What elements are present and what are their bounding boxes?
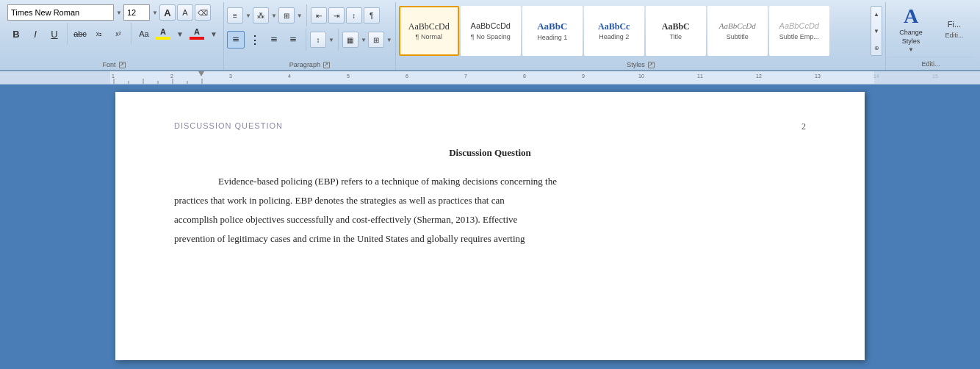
editing-find-label: Fi... bbox=[948, 20, 961, 29]
style-h1-label: Heading 1 bbox=[537, 34, 567, 41]
style-normal-preview: AaBbCcDd bbox=[408, 21, 450, 32]
change-styles-dropdown[interactable]: ▼ bbox=[908, 46, 914, 53]
font-size-box[interactable]: 12 bbox=[123, 4, 150, 21]
font-name-dropdown[interactable]: Times New Roman bbox=[7, 4, 114, 21]
paragraph-group: ≡ ▼ ⁂ ▼ ⊞ ▼ ⇤ ⇥ ↕ ¶ ≡ ⋮ ≡ ≡ bbox=[224, 2, 396, 70]
sort-btn[interactable]: ↕ bbox=[346, 7, 362, 24]
font-color-btn[interactable]: A bbox=[188, 28, 206, 40]
style-subtle-label: Subtle Emp... bbox=[779, 33, 819, 40]
font-color-dropdown[interactable]: ▼ bbox=[207, 27, 220, 40]
style-title[interactable]: AaBbC Title bbox=[646, 6, 706, 56]
separator2 bbox=[131, 23, 131, 45]
decrease-indent-btn[interactable]: ⇤ bbox=[311, 7, 327, 24]
styles-list: AaBbCcDd ¶ Normal AaBbCcDd ¶ No Spacing … bbox=[399, 6, 871, 56]
page-header-text: DISCUSSION QUESTION bbox=[174, 121, 283, 130]
align-right-btn[interactable]: ≡ bbox=[265, 31, 283, 49]
change-styles-label: ChangeStyles bbox=[899, 29, 923, 46]
styles-scroll[interactable]: ▲ ▼ ⊕ bbox=[871, 6, 882, 56]
style-no-spacing[interactable]: AaBbCcDd ¶ No Spacing bbox=[461, 6, 521, 56]
font-size-arrow[interactable]: ▼ bbox=[152, 10, 158, 16]
editing-bottom-label: Editi... bbox=[921, 60, 940, 68]
shading-arrow[interactable]: ▼ bbox=[361, 37, 367, 43]
style-subtle[interactable]: AaBbCcDd Subtle Emp... bbox=[769, 6, 829, 56]
align-justify-btn[interactable]: ≡ bbox=[284, 31, 302, 49]
style-normal[interactable]: AaBbCcDd ¶ Normal bbox=[399, 6, 459, 56]
font-expand-btn[interactable]: ↗ bbox=[119, 62, 126, 68]
ribbon-main: Times New Roman ▼ 12 ▼ A A ⌫ B I U abc x… bbox=[0, 0, 980, 70]
document-body[interactable]: Evidence-based policing (EBP) refers to … bbox=[174, 172, 806, 248]
ribbon: Times New Roman ▼ 12 ▼ A A ⌫ B I U abc x… bbox=[0, 0, 980, 71]
subscript-btn[interactable]: x₂ bbox=[90, 24, 108, 43]
highlight-color-bar bbox=[156, 37, 170, 40]
styles-group: AaBbCcDd ¶ Normal AaBbCcDd ¶ No Spacing … bbox=[396, 2, 886, 70]
style-normal-label: ¶ Normal bbox=[416, 33, 442, 40]
svg-text:7: 7 bbox=[464, 74, 467, 79]
increase-indent-btn[interactable]: ⇥ bbox=[328, 7, 345, 24]
scroll-up-arrow[interactable]: ▲ bbox=[871, 7, 882, 21]
styles-expand-btn[interactable]: ↗ bbox=[648, 62, 655, 68]
change-styles-icon: A bbox=[904, 6, 918, 26]
style-subtitle-label: Subtitle bbox=[727, 33, 749, 40]
font-color-letter: A bbox=[194, 28, 200, 36]
font-shrink-btn[interactable]: A bbox=[177, 4, 193, 21]
scroll-down-arrow[interactable]: ▼ bbox=[871, 24, 882, 38]
multilevel-list-arrow[interactable]: ▼ bbox=[297, 12, 303, 19]
svg-text:6: 6 bbox=[406, 74, 408, 79]
format-buttons-row: B I U abc x₂ x² Aa A ▼ bbox=[7, 23, 220, 45]
line-spacing-btn[interactable]: ↕ bbox=[310, 32, 326, 48]
line-spacing-arrow[interactable]: ▼ bbox=[328, 37, 334, 43]
svg-rect-25 bbox=[874, 71, 980, 85]
borders-arrow[interactable]: ▼ bbox=[386, 37, 392, 43]
highlight-btn[interactable]: A bbox=[154, 28, 172, 40]
document-title: Discussion Question bbox=[174, 147, 806, 159]
paragraph-expand-btn[interactable]: ↗ bbox=[323, 62, 330, 68]
page-number: 2 bbox=[801, 121, 806, 132]
right-groups-content: A ChangeStyles ▼ Fi... Editi... bbox=[889, 2, 973, 57]
change-case-btn[interactable]: Aa bbox=[135, 24, 153, 43]
change-styles-btn[interactable]: A ChangeStyles ▼ bbox=[889, 4, 933, 54]
font-grow-btn[interactable]: A bbox=[159, 4, 176, 21]
svg-text:13: 13 bbox=[815, 74, 821, 79]
page-header: DISCUSSION QUESTION 2 bbox=[174, 121, 806, 132]
strikethrough-btn[interactable]: abc bbox=[71, 24, 89, 43]
align-left-btn[interactable]: ≡ bbox=[227, 31, 245, 49]
borders-btn[interactable]: ⊞ bbox=[368, 32, 384, 48]
sep3 bbox=[306, 4, 307, 26]
align-center-btn[interactable]: ⋮ bbox=[246, 31, 264, 49]
scroll-more-arrow[interactable]: ⊕ bbox=[871, 40, 882, 55]
font-name-arrow[interactable]: ▼ bbox=[116, 10, 122, 16]
style-nospace-label: ¶ No Spacing bbox=[471, 33, 511, 40]
svg-text:11: 11 bbox=[697, 74, 703, 79]
clear-format-btn[interactable]: ⌫ bbox=[195, 4, 211, 21]
bullet-list-arrow[interactable]: ▼ bbox=[245, 12, 251, 19]
highlight-dropdown[interactable]: ▼ bbox=[173, 27, 187, 40]
sep4 bbox=[306, 29, 306, 51]
svg-text:3: 3 bbox=[229, 74, 232, 79]
italic-btn[interactable]: I bbox=[26, 24, 44, 43]
ruler: 1 2 3 4 5 6 7 8 9 10 11 12 13 14 15 bbox=[0, 71, 980, 85]
numbered-list-btn[interactable]: ⁂ bbox=[253, 7, 269, 24]
style-subtitle[interactable]: AaBbCcDd Subtitle bbox=[707, 6, 768, 56]
numbered-list-arrow[interactable]: ▼ bbox=[271, 12, 277, 19]
font-group: Times New Roman ▼ 12 ▼ A A ⌫ B I U abc x… bbox=[4, 2, 224, 70]
style-title-label: Title bbox=[669, 33, 682, 40]
paragraph-line-4: prevention of legitimacy cases and crime… bbox=[174, 233, 525, 244]
document-page[interactable]: DISCUSSION QUESTION 2 Discussion Questio… bbox=[115, 92, 865, 360]
separator1 bbox=[67, 23, 68, 45]
paragraph-line-1: Evidence-based policing (EBP) refers to … bbox=[218, 176, 557, 187]
bold-btn[interactable]: B bbox=[7, 24, 25, 43]
svg-rect-0 bbox=[0, 71, 980, 85]
underline-btn[interactable]: U bbox=[46, 24, 63, 43]
style-heading2[interactable]: AaBbCc Heading 2 bbox=[584, 6, 644, 56]
document-area: DISCUSSION QUESTION 2 Discussion Questio… bbox=[0, 85, 980, 368]
bullet-list-btn[interactable]: ≡ bbox=[227, 7, 243, 24]
style-subtle-preview: AaBbCcDd bbox=[779, 21, 819, 31]
superscript-btn[interactable]: x² bbox=[109, 24, 127, 43]
style-heading1[interactable]: AaBbC Heading 1 bbox=[522, 6, 583, 56]
svg-text:9: 9 bbox=[582, 74, 585, 79]
multilevel-list-btn[interactable]: ⊞ bbox=[278, 7, 295, 24]
sep5 bbox=[338, 29, 339, 51]
shading-btn[interactable]: ▦ bbox=[342, 32, 359, 48]
show-para-btn[interactable]: ¶ bbox=[364, 7, 380, 24]
style-subtitle-preview: AaBbCcDd bbox=[719, 21, 756, 31]
